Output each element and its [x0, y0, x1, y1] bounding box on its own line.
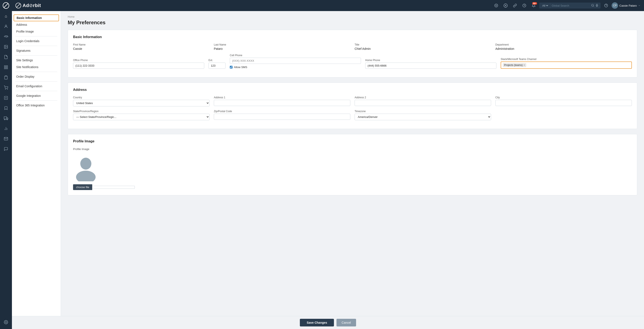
- face-icon[interactable]: [492, 2, 500, 9]
- profile-img-label: Profile Image: [73, 147, 90, 151]
- help-icon[interactable]: [602, 2, 610, 9]
- sidebar-chat-icon[interactable]: [0, 144, 12, 154]
- address-section: Address Country United States Address 1 …: [68, 83, 637, 129]
- ext-label: Ext.: [208, 59, 226, 62]
- allow-sms-checkbox[interactable]: [230, 66, 232, 68]
- svg-point-25: [495, 4, 498, 7]
- sidebar-bookmark-icon[interactable]: [0, 103, 12, 113]
- country-group: Country United States: [73, 96, 210, 106]
- sidebar-item-signatures[interactable]: Signatures: [12, 47, 61, 54]
- svg-line-24: [16, 3, 20, 7]
- svg-rect-9: [5, 76, 7, 76]
- sidebar: ⌂: [0, 0, 12, 329]
- sidebar-item-login-credentials[interactable]: Login Credentials: [12, 38, 61, 44]
- basic-information-section: Basic Information First Name Cassie Last…: [68, 30, 637, 77]
- svg-point-26: [496, 5, 496, 5]
- cell-phone-group: Cell Phone Allow SMS: [230, 54, 361, 69]
- home-phone-input[interactable]: [365, 62, 496, 69]
- choose-file-button[interactable]: choose file: [73, 184, 92, 190]
- address1-input[interactable]: [214, 100, 350, 106]
- svg-rect-15: [4, 117, 6, 119]
- svg-line-33: [593, 6, 594, 6]
- profile-silhouette: [73, 154, 98, 182]
- title-value: Chief Admin: [354, 47, 491, 50]
- slack-tag-remove[interactable]: ×: [524, 64, 525, 67]
- department-group: Department Administration: [495, 43, 632, 50]
- notification-icon[interactable]: 99+: [530, 2, 538, 9]
- country-select[interactable]: United States: [73, 100, 210, 106]
- address2-label: Address 2: [354, 96, 491, 99]
- user-name: Cassie Pataro: [619, 4, 637, 7]
- allow-sms-label: Allow SMS: [234, 65, 247, 69]
- sidebar-settings-icon[interactable]: [0, 317, 12, 327]
- allow-sms-row: Allow SMS: [230, 65, 361, 69]
- search-submit-icon[interactable]: [591, 4, 594, 7]
- sidebar-handshake-icon[interactable]: [0, 31, 12, 42]
- microphone-icon[interactable]: [596, 4, 598, 7]
- state-select[interactable]: — Select State/Province/Regic...: [73, 114, 210, 120]
- last-name-group: Last Name Pataro: [214, 43, 350, 50]
- search-scope-select[interactable]: All: [541, 4, 549, 7]
- search-input[interactable]: [552, 4, 590, 7]
- svg-rect-5: [4, 66, 6, 67]
- sidebar-item-site-notifications[interactable]: Site Notifications: [12, 64, 61, 70]
- home-phone-label: Home Phone: [365, 59, 496, 62]
- city-input[interactable]: [495, 100, 632, 106]
- sidebar-item-profile-image[interactable]: Profile Image: [12, 28, 61, 35]
- office-phone-group: Office Phone: [73, 59, 204, 69]
- sidebar-item-order-display[interactable]: Order Display: [12, 73, 61, 80]
- address-title: Address: [73, 88, 632, 92]
- topnav: Ad⊘rbit 99+ All: [12, 0, 644, 11]
- add-icon[interactable]: [502, 2, 510, 9]
- svg-line-1: [4, 3, 8, 8]
- department-value: Administration: [495, 47, 632, 50]
- link-icon[interactable]: [511, 2, 519, 9]
- sidebar-truck-icon[interactable]: [0, 113, 12, 123]
- cancel-button[interactable]: Cancel: [336, 319, 356, 327]
- timezone-group: Timezone America/Denver: [354, 110, 491, 120]
- sidebar-item-basic-information[interactable]: Basic Information: [14, 14, 59, 21]
- sidebar-cart-icon[interactable]: [0, 83, 12, 93]
- sidebar-logo[interactable]: [0, 0, 12, 11]
- sidebar-document-icon[interactable]: [0, 52, 12, 62]
- sidebar-chart-icon[interactable]: [0, 123, 12, 134]
- address2-input[interactable]: [354, 100, 491, 106]
- svg-point-40: [76, 171, 96, 181]
- sidebar-item-office365[interactable]: Office 365 Integration: [12, 102, 61, 109]
- svg-rect-6: [6, 66, 8, 67]
- sidebar-clipboard-icon[interactable]: [0, 72, 12, 83]
- country-label: Country: [73, 96, 210, 99]
- cell-phone-input[interactable]: [230, 58, 361, 64]
- sidebar-image-icon[interactable]: [0, 42, 12, 52]
- sidebar-home-icon[interactable]: ⌂: [0, 11, 12, 21]
- sidebar-item-email-configuration[interactable]: Email Configuration: [12, 83, 61, 90]
- city-group: City: [495, 96, 632, 106]
- zip-input[interactable]: [214, 114, 350, 120]
- brand-name: Ad⊘rbit: [22, 3, 41, 8]
- ext-group: Ext.: [208, 59, 226, 69]
- sidebar-item-google-integration[interactable]: Google Integration: [12, 92, 61, 99]
- page-title: My Preferences: [68, 19, 637, 25]
- clock-icon[interactable]: [520, 2, 528, 9]
- user-area[interactable]: CP Cassie Pataro: [612, 2, 640, 9]
- save-changes-button[interactable]: Save Changes: [300, 319, 334, 327]
- sidebar-item-address[interactable]: Address: [12, 21, 61, 28]
- sidebar-add-icon[interactable]: [0, 93, 12, 103]
- file-input-row: choose file: [73, 184, 135, 190]
- ext-input[interactable]: [208, 62, 226, 69]
- sidebar-users-icon[interactable]: [0, 21, 12, 31]
- left-menu: Basic Information Address Profile Image …: [12, 11, 61, 329]
- search-bar: All: [539, 2, 600, 8]
- first-name-label: First Name: [73, 43, 210, 46]
- sidebar-grid-icon[interactable]: [0, 62, 12, 72]
- address1-group: Address 1: [214, 96, 350, 106]
- office-phone-label: Office Phone: [73, 59, 204, 62]
- sidebar-mail-icon[interactable]: [0, 134, 12, 144]
- office-phone-input[interactable]: [73, 62, 204, 69]
- timezone-select[interactable]: America/Denver: [354, 114, 491, 120]
- sidebar-item-site-settings[interactable]: Site Settings: [12, 57, 61, 64]
- chevron-down-icon: [638, 4, 640, 7]
- profile-image-title: Profile Image: [73, 139, 632, 143]
- slack-tag-input[interactable]: Projects (teams) ×: [501, 61, 632, 69]
- slack-tag: Projects (teams) ×: [503, 63, 526, 67]
